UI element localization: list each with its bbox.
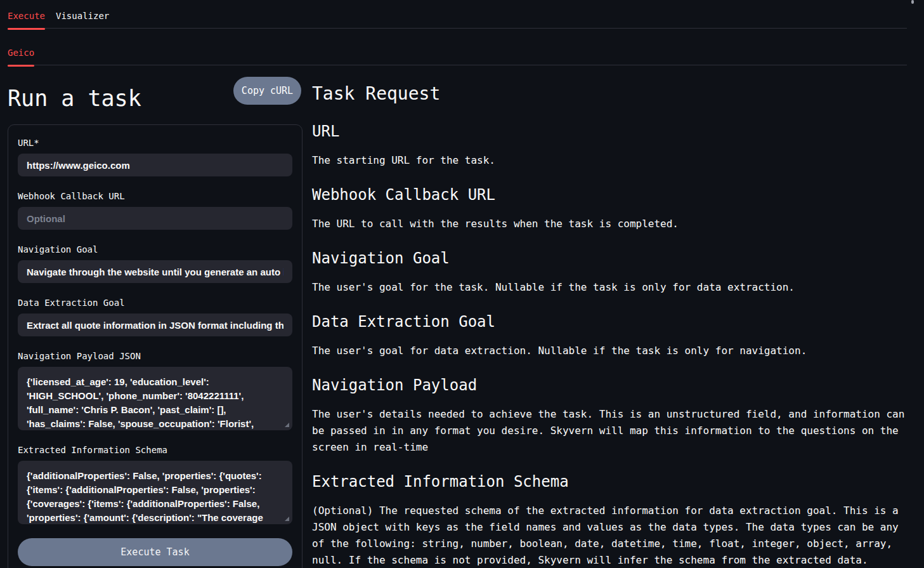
task-request-docs: Task Request URL The starting URL for th… — [312, 83, 911, 568]
docs-body-navigation-payload: The user's details needed to achieve the… — [312, 406, 911, 456]
url-input[interactable] — [18, 154, 292, 176]
webhook-callback-url-field: Webhook Callback URL — [18, 190, 292, 230]
docs-heading-url: URL — [312, 122, 911, 141]
docs-heading-extracted-information-schema: Extracted Information Schema — [312, 472, 911, 491]
tab-execute[interactable]: Execute — [8, 10, 45, 22]
scrollbar-thumb[interactable] — [911, 0, 914, 4]
tab-geico[interactable]: Geico — [8, 46, 34, 59]
navigation-payload-json-field: Navigation Payload JSON {'licensed_at_ag… — [18, 350, 292, 430]
data-extraction-goal-input[interactable] — [18, 314, 292, 336]
extracted-information-schema-resize-grip[interactable]: {'additionalProperties': False, 'propert… — [18, 461, 292, 524]
skyvern-app: Execute Visualizer Geico Run a task Copy… — [0, 0, 924, 568]
navigation-goal-input[interactable] — [18, 260, 292, 283]
page-title: Run a task — [8, 85, 141, 112]
data-extraction-goal-label: Data Extraction Goal — [18, 297, 292, 308]
copy-curl-button[interactable]: Copy cURL — [233, 77, 301, 105]
docs-body-navigation-goal: The user's goal for the task. Nullable i… — [312, 279, 911, 296]
tab-visualizer[interactable]: Visualizer — [56, 10, 109, 22]
docs-heading-data-extraction-goal: Data Extraction Goal — [312, 312, 911, 331]
navigation-goal-label: Navigation Goal — [18, 244, 292, 255]
sub-tabbar: Geico — [8, 46, 907, 65]
docs-body-extracted-information-schema: (Optional) The requested schema of the e… — [312, 503, 911, 568]
extracted-information-schema-label: Extracted Information Schema — [18, 444, 292, 456]
execute-task-button[interactable]: Execute Task — [18, 538, 292, 566]
webhook-callback-url-label: Webhook Callback URL — [18, 190, 292, 202]
url-field-label: URL* — [18, 137, 292, 149]
docs-heading-navigation-goal: Navigation Goal — [312, 249, 911, 268]
docs-heading-navigation-payload: Navigation Payload — [312, 376, 911, 395]
navigation-payload-json-textarea[interactable]: {'licensed_at_age': 19, 'education_level… — [18, 367, 292, 430]
navigation-payload-json-resize-grip[interactable]: {'licensed_at_age': 19, 'education_level… — [18, 367, 292, 430]
main-tabbar: Execute Visualizer — [8, 10, 907, 29]
navigation-payload-json-label: Navigation Payload JSON — [18, 350, 292, 362]
extracted-information-schema-field: Extracted Information Schema {'additiona… — [18, 444, 292, 524]
docs-heading-webhook-callback-url: Webhook Callback URL — [312, 185, 911, 204]
data-extraction-goal-field: Data Extraction Goal — [18, 297, 292, 336]
webhook-callback-url-input[interactable] — [18, 207, 292, 230]
url-field: URL* — [18, 137, 292, 176]
task-form-card: URL* Webhook Callback URL Navigation Goa… — [8, 124, 303, 568]
extracted-information-schema-textarea[interactable]: {'additionalProperties': False, 'propert… — [18, 461, 292, 524]
navigation-goal-field: Navigation Goal — [18, 244, 292, 283]
docs-body-webhook-callback-url: The URL to call with the results when th… — [312, 216, 911, 232]
docs-title: Task Request — [312, 83, 911, 105]
docs-body-url: The starting URL for the task. — [312, 152, 911, 169]
docs-body-data-extraction-goal: The user's goal for data extraction. Nul… — [312, 343, 911, 359]
